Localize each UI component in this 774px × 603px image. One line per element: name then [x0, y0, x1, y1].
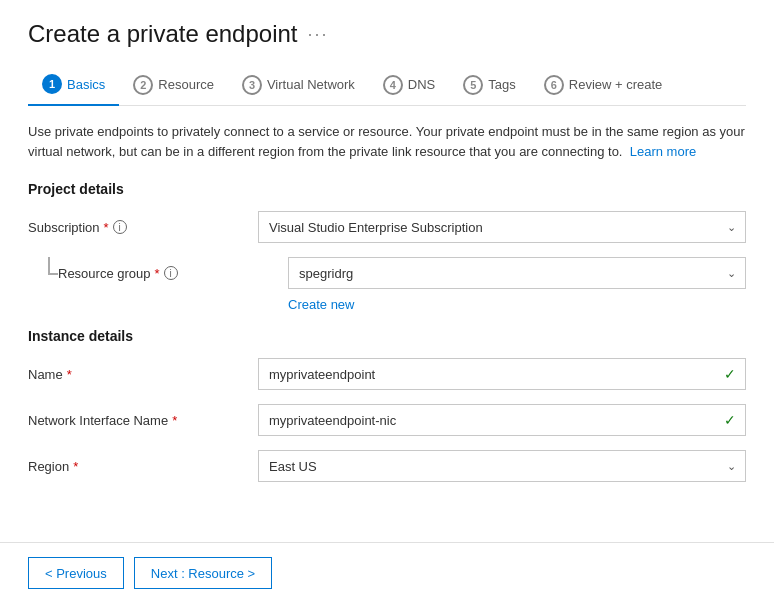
name-control: ✓ — [258, 358, 746, 390]
network-interface-required: * — [172, 413, 177, 428]
region-required: * — [73, 459, 78, 474]
name-required: * — [67, 367, 72, 382]
tab-dns[interactable]: 4 DNS — [369, 67, 449, 105]
step-circle-4: 4 — [383, 75, 403, 95]
description-text: Use private endpoints to privately conne… — [28, 122, 746, 161]
tab-resource-label: Resource — [158, 77, 214, 92]
project-details-header: Project details — [28, 181, 746, 197]
name-label: Name * — [28, 367, 258, 382]
wizard-tabs: 1 Basics 2 Resource 3 Virtual Network 4 … — [28, 66, 746, 106]
resource-group-label: Resource group * i — [58, 266, 288, 281]
tab-basics[interactable]: 1 Basics — [28, 66, 119, 106]
network-interface-control: ✓ — [258, 404, 746, 436]
tab-review[interactable]: 6 Review + create — [530, 67, 677, 105]
step-circle-2: 2 — [133, 75, 153, 95]
tab-virtual-network-label: Virtual Network — [267, 77, 355, 92]
resource-group-select[interactable]: spegridrg — [288, 257, 746, 289]
resource-group-row: Resource group * i spegridrg ⌄ — [28, 257, 746, 312]
footer: < Previous Next : Resource > — [0, 542, 774, 603]
region-label: Region * — [28, 459, 258, 474]
region-select[interactable]: East US — [258, 450, 746, 482]
subscription-label: Subscription * i — [28, 220, 258, 235]
region-row: Region * East US ⌄ — [28, 450, 746, 482]
resource-group-control: spegridrg ⌄ — [288, 257, 746, 289]
network-interface-check-icon: ✓ — [724, 412, 736, 428]
resource-group-info-icon[interactable]: i — [164, 266, 178, 280]
page-title-ellipsis: ··· — [308, 24, 329, 45]
create-new-link[interactable]: Create new — [288, 297, 354, 312]
name-input[interactable] — [258, 358, 746, 390]
subscription-required: * — [104, 220, 109, 235]
network-interface-input[interactable] — [258, 404, 746, 436]
subscription-row: Subscription * i Visual Studio Enterpris… — [28, 211, 746, 243]
tab-tags[interactable]: 5 Tags — [449, 67, 529, 105]
network-interface-label: Network Interface Name * — [28, 413, 258, 428]
tab-resource[interactable]: 2 Resource — [119, 67, 228, 105]
step-circle-5: 5 — [463, 75, 483, 95]
region-control: East US ⌄ — [258, 450, 746, 482]
resource-group-required: * — [155, 266, 160, 281]
prev-button[interactable]: < Previous — [28, 557, 124, 589]
instance-details-header: Instance details — [28, 328, 746, 344]
page-title: Create a private endpoint — [28, 20, 298, 48]
tab-basics-label: Basics — [67, 77, 105, 92]
tab-review-label: Review + create — [569, 77, 663, 92]
tab-dns-label: DNS — [408, 77, 435, 92]
step-circle-3: 3 — [242, 75, 262, 95]
tab-tags-label: Tags — [488, 77, 515, 92]
subscription-select[interactable]: Visual Studio Enterprise Subscription — [258, 211, 746, 243]
step-circle-6: 6 — [544, 75, 564, 95]
subscription-info-icon[interactable]: i — [113, 220, 127, 234]
next-button[interactable]: Next : Resource > — [134, 557, 272, 589]
step-circle-1: 1 — [42, 74, 62, 94]
tab-virtual-network[interactable]: 3 Virtual Network — [228, 67, 369, 105]
name-row: Name * ✓ — [28, 358, 746, 390]
network-interface-row: Network Interface Name * ✓ — [28, 404, 746, 436]
learn-more-link[interactable]: Learn more — [630, 144, 696, 159]
subscription-control: Visual Studio Enterprise Subscription ⌄ — [258, 211, 746, 243]
name-check-icon: ✓ — [724, 366, 736, 382]
